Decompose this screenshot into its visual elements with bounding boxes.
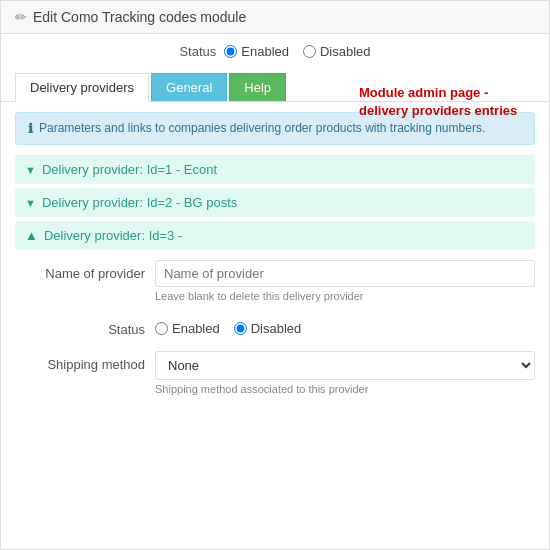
- edit-icon: ✏: [15, 9, 27, 25]
- provider-enabled-option[interactable]: Enabled: [155, 321, 220, 336]
- delivery-provider-1-label: Delivery provider: Id=1 - Econt: [42, 162, 217, 177]
- status-label: Status: [179, 44, 216, 59]
- shipping-method-hint: Shipping method associated to this provi…: [155, 383, 535, 395]
- delivery-provider-2-header[interactable]: ▼ Delivery provider: Id=2 - BG posts: [15, 188, 535, 217]
- info-banner-text: Parameters and links to companies delive…: [39, 121, 485, 135]
- status-disabled-option[interactable]: Disabled: [303, 44, 371, 59]
- shipping-method-row: Shipping method None Shipping method ass…: [15, 351, 535, 395]
- status-enabled-radio[interactable]: [224, 45, 237, 58]
- arrow-1: ▼: [25, 164, 36, 176]
- status-enabled-label: Enabled: [241, 44, 289, 59]
- status-area: Status Enabled Disabled: [1, 34, 549, 69]
- page-header: ✏ Edit Como Tracking codes module: [1, 1, 549, 34]
- provider-disabled-option[interactable]: Disabled: [234, 321, 302, 336]
- status-disabled-radio[interactable]: [303, 45, 316, 58]
- delivery-provider-2-label: Delivery provider: Id=2 - BG posts: [42, 195, 237, 210]
- shipping-method-label: Shipping method: [15, 351, 145, 372]
- provider-status-row: Status Enabled Disabled: [15, 316, 535, 337]
- delivery-provider-3-header[interactable]: ▲ Delivery provider: Id=3 -: [15, 221, 535, 250]
- name-provider-row: Name of provider Leave blank to delete t…: [15, 260, 535, 302]
- name-provider-input[interactable]: [155, 260, 535, 287]
- name-provider-label: Name of provider: [15, 260, 145, 281]
- name-provider-hint: Leave blank to delete this delivery prov…: [155, 290, 535, 302]
- provider-disabled-radio[interactable]: [234, 322, 247, 335]
- tab-help[interactable]: Help: [229, 73, 286, 101]
- page-wrapper: ✏ Edit Como Tracking codes module Status…: [0, 0, 550, 550]
- tab-general[interactable]: General: [151, 73, 227, 101]
- name-provider-wrapper: Leave blank to delete this delivery prov…: [155, 260, 535, 302]
- provider-enabled-label: Enabled: [172, 321, 220, 336]
- shipping-method-wrapper: None Shipping method associated to this …: [155, 351, 535, 395]
- delivery-provider-1-header[interactable]: ▼ Delivery provider: Id=1 - Econt: [15, 155, 535, 184]
- status-radio-group: Enabled Disabled: [224, 44, 370, 59]
- delivery-providers-section: ▼ Delivery provider: Id=1 - Econt ▼ Deli…: [15, 155, 535, 395]
- arrow-2: ▼: [25, 197, 36, 209]
- status-enabled-option[interactable]: Enabled: [224, 44, 289, 59]
- provider-disabled-label: Disabled: [251, 321, 302, 336]
- status-disabled-label: Disabled: [320, 44, 371, 59]
- provider-enabled-radio[interactable]: [155, 322, 168, 335]
- provider-status-label: Status: [15, 316, 145, 337]
- delivery-provider-3-expanded: ▲ Delivery provider: Id=3 - Name of prov…: [15, 221, 535, 395]
- provider-status-radios: Enabled Disabled: [155, 316, 535, 336]
- admin-note: Module admin page - delivery providers e…: [359, 84, 529, 120]
- info-icon: ℹ: [28, 121, 33, 136]
- tab-delivery-providers[interactable]: Delivery providers: [15, 73, 149, 102]
- provider-status-wrapper: Enabled Disabled: [155, 316, 535, 336]
- shipping-method-select[interactable]: None: [155, 351, 535, 380]
- page-title: Edit Como Tracking codes module: [33, 9, 246, 25]
- delivery-provider-3-label: Delivery provider: Id=3 -: [44, 228, 182, 243]
- arrow-3: ▲: [25, 228, 38, 243]
